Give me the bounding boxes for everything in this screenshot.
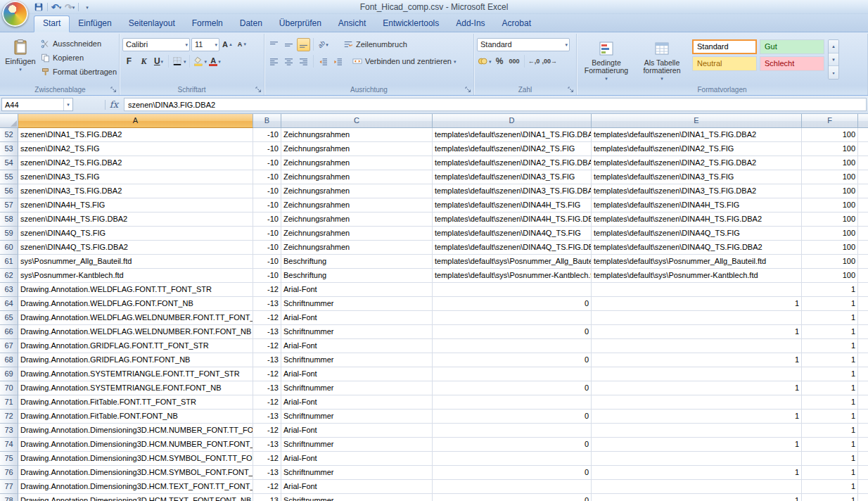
cell-F60[interactable]: 100	[802, 241, 858, 255]
cell-F64[interactable]: 1	[802, 297, 858, 311]
save-button[interactable]	[32, 1, 45, 13]
cell-F53[interactable]: 100	[802, 142, 858, 156]
cell-C78[interactable]: Schriftnummer	[281, 494, 433, 501]
cell-D56[interactable]: templates\default\szenen\DINA3_TS.FIG.DB…	[433, 184, 592, 198]
cell-C75[interactable]: Arial-Font	[281, 452, 433, 466]
copy-button[interactable]: Kopieren	[39, 51, 117, 64]
row-header-78[interactable]: 78	[0, 494, 18, 501]
align-center-button[interactable]	[282, 55, 295, 68]
cell-F68[interactable]: 1	[802, 353, 858, 367]
cell-E71[interactable]	[592, 395, 802, 410]
cell-C55[interactable]: Zeichnungsrahmen	[281, 170, 433, 184]
cell-E68[interactable]: 1	[592, 353, 802, 367]
cell-E78[interactable]: 1	[592, 494, 802, 501]
redo-button[interactable]: ↷ ▾	[63, 1, 76, 13]
cell-A74[interactable]: Drawing.Annotation.Dimensioning3D.HCM.NU…	[18, 438, 253, 452]
cell-A73[interactable]: Drawing.Annotation.Dimensioning3D.HCM.NU…	[18, 424, 253, 438]
office-button[interactable]	[2, 1, 28, 27]
row-header-57[interactable]: 57	[0, 198, 18, 213]
cell-A68[interactable]: Drawing.Annotation.GRIDFLAG.FONT.FONT_NB	[18, 353, 253, 367]
cell-D58[interactable]: templates\default\szenen\DINA4H_TS.FIG.D…	[433, 213, 592, 227]
cell-D66[interactable]: 0	[433, 325, 592, 339]
cell-A62[interactable]: sys\Posnummer-Kantblech.ftd	[18, 269, 253, 283]
cell-B70[interactable]: -13	[253, 381, 281, 395]
cell-E58[interactable]: templates\default\szenen\DINA4H_TS.FIG.D…	[592, 213, 802, 227]
cell-D73[interactable]	[433, 424, 592, 438]
tab-add-ins[interactable]: Add-Ins	[447, 15, 493, 32]
cell-B63[interactable]: -12	[253, 283, 281, 297]
cell-F55[interactable]: 100	[802, 170, 858, 184]
cell-F58[interactable]: 100	[802, 213, 858, 227]
cell-C53[interactable]: Zeichnungsrahmen	[281, 142, 433, 156]
chevron-down-icon[interactable]: ▾	[161, 59, 164, 64]
cell-D62[interactable]: templates\default\sys\Posnummer-Kantblec…	[433, 269, 592, 283]
cell-C57[interactable]: Zeichnungsrahmen	[281, 198, 433, 213]
cell-A67[interactable]: Drawing.Annotation.GRIDFLAG.FONT.TT_FONT…	[18, 339, 253, 353]
cell-B67[interactable]: -12	[253, 339, 281, 353]
style-neutral[interactable]: Neutral	[692, 56, 757, 71]
cell-F71[interactable]: 1	[802, 395, 858, 410]
cell-F67[interactable]: 1	[802, 339, 858, 353]
cell-A78[interactable]: Drawing.Annotation.Dimensioning3D.HCM.TE…	[18, 494, 253, 501]
column-header-B[interactable]: B	[253, 114, 281, 128]
cell-C76[interactable]: Schriftnummer	[281, 466, 433, 480]
cell-E69[interactable]	[592, 367, 802, 381]
tab-acrobat[interactable]: Acrobat	[494, 15, 540, 32]
name-box-dropdown-icon[interactable]: ▾	[63, 99, 72, 110]
cell-D55[interactable]: templates\default\szenen\DINA3_TS.FIG	[433, 170, 592, 184]
tab-seitenlayout[interactable]: Seitenlayout	[120, 15, 184, 32]
font-color-button[interactable]: A ▾	[208, 55, 222, 68]
cell-D57[interactable]: templates\default\szenen\DINA4H_TS.FIG	[433, 198, 592, 213]
cell-F52[interactable]: 100	[802, 128, 858, 142]
gallery-scroll-down-icon[interactable]: ▼	[829, 53, 838, 67]
cell-B73[interactable]: -12	[253, 424, 281, 438]
cell-D68[interactable]: 0	[433, 353, 592, 367]
format-painter-button[interactable]: Format übertragen	[39, 65, 117, 78]
cell-D52[interactable]: templates\default\szenen\DINA1_TS.FIG.DB…	[433, 128, 592, 142]
cell-B62[interactable]: -10	[253, 269, 281, 283]
cell-E57[interactable]: templates\default\szenen\DINA4H_TS.FIG	[592, 198, 802, 213]
column-header-C[interactable]: C	[281, 114, 433, 128]
cell-A70[interactable]: Drawing.Annotation.SYSTEMTRIANGLE.FONT.F…	[18, 381, 253, 395]
cell-D53[interactable]: templates\default\szenen\DINA2_TS.FIG	[433, 142, 592, 156]
cell-D78[interactable]: 0	[433, 494, 592, 501]
cell-D69[interactable]	[433, 367, 592, 381]
chevron-down-icon[interactable]: ▾	[218, 59, 221, 64]
cell-E52[interactable]: templates\default\szenen\DINA1_TS.FIG.DB…	[592, 128, 802, 142]
dialog-launcher-icon[interactable]	[255, 86, 262, 94]
align-left-button[interactable]	[267, 55, 281, 68]
row-header-58[interactable]: 58	[0, 213, 18, 227]
cell-D70[interactable]: 0	[433, 381, 592, 395]
cell-C52[interactable]: Zeichnungsrahmen	[281, 128, 433, 142]
orientation-button[interactable]: ab ▾	[317, 38, 330, 51]
cell-F63[interactable]: 1	[802, 283, 858, 297]
cell-E75[interactable]	[592, 452, 802, 466]
cell-D65[interactable]	[433, 311, 592, 325]
decrease-decimal-button[interactable]: ,00→	[542, 55, 558, 68]
font-family-select[interactable]: Calibri ▾	[122, 38, 190, 51]
chevron-down-icon[interactable]: ▾	[205, 59, 208, 64]
row-header-69[interactable]: 69	[0, 367, 18, 381]
increase-decimal-button[interactable]: ←,0	[528, 55, 541, 68]
cell-F76[interactable]: 1	[802, 466, 858, 480]
cell-C56[interactable]: Zeichnungsrahmen	[281, 184, 433, 198]
cell-F66[interactable]: 1	[802, 325, 858, 339]
cell-F78[interactable]: 1	[802, 494, 858, 501]
style-gut[interactable]: Gut	[760, 39, 824, 54]
select-all-button[interactable]	[0, 114, 18, 128]
cell-C62[interactable]: Beschriftung	[281, 269, 433, 283]
cell-A55[interactable]: szenen\DINA3_TS.FIG	[18, 170, 253, 184]
cell-D75[interactable]	[433, 452, 592, 466]
row-header-55[interactable]: 55	[0, 170, 18, 184]
cell-D77[interactable]	[433, 480, 592, 494]
column-header-F[interactable]: F	[802, 114, 858, 128]
cell-D71[interactable]	[433, 395, 592, 410]
column-header-A[interactable]: A	[18, 114, 253, 128]
cell-C58[interactable]: Zeichnungsrahmen	[281, 213, 433, 227]
cell-B52[interactable]: -10	[253, 128, 281, 142]
row-header-73[interactable]: 73	[0, 424, 18, 438]
increase-indent-button[interactable]	[331, 55, 345, 68]
italic-button[interactable]: K	[137, 55, 151, 68]
cell-E64[interactable]: 1	[592, 297, 802, 311]
dialog-launcher-icon[interactable]	[464, 86, 472, 94]
